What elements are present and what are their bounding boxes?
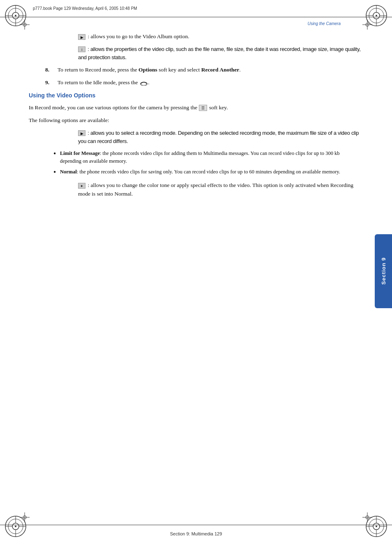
bullet-text-limit: Limit for Message: the phone records vid… [60, 150, 361, 165]
running-header: Using the Camera [29, 21, 361, 26]
effects-icon: ✦ [78, 183, 85, 189]
bullet-text-normal: Normal: the phone records video clips fo… [60, 168, 361, 177]
para-intro: In Record mode, you can use various opti… [29, 104, 361, 112]
bullet-bold-limit: Limit for Message [60, 150, 100, 156]
running-header-text: Using the Camera [307, 21, 341, 26]
bullet-dot-2: • [53, 168, 60, 177]
recording-mode-icon: ▶ [78, 130, 85, 136]
footer-bar: Section 9: Multimedia 129 [0, 525, 392, 542]
video-album-icon: ▶ [78, 34, 85, 40]
para-video-album-text: ▶ : allows you to go to the Video Album … [78, 33, 189, 39]
step-9-content: To return to the Idle mode, press the . [58, 78, 361, 87]
properties-icon: i [78, 46, 85, 52]
header-text: p777.book Page 129 Wednesday, April 6, 2… [33, 6, 137, 11]
step-9-number: 9. [45, 78, 58, 87]
para-effects: ✦ : allows you to change the color tone … [78, 181, 361, 198]
para-properties: i : allows the properties of the video c… [78, 45, 361, 62]
content-area: ▶ : allows you to go to the Video Album … [29, 32, 361, 198]
footer-text: Section 9: Multimedia 129 [170, 531, 222, 536]
section-tab: Section 9 [375, 234, 392, 308]
bullet-dot-1: • [53, 150, 60, 165]
step-8-options-bold: Options [138, 67, 157, 73]
bullet-list: • Limit for Message: the phone records v… [53, 150, 361, 177]
end-call-icon [140, 80, 147, 86]
step-8-record-another-bold: Record Another [201, 67, 240, 73]
step-8-content: To return to Record mode, press the Opti… [58, 66, 361, 74]
options-key-icon: ☰ [199, 105, 207, 111]
step-8: 8. To return to Record mode, press the O… [45, 66, 361, 74]
main-content: Using the Camera ▶ : allows you to go to… [25, 17, 369, 525]
para-video-album: ▶ : allows you to go to the Video Album … [78, 32, 361, 41]
section-heading-video-options: Using the Video Options [29, 91, 361, 100]
para-recording-mode: ▶ : allows you to select a recording mod… [78, 129, 361, 145]
bullet-item-normal: • Normal: the phone records video clips … [53, 168, 361, 177]
para-following: The following options are available: [29, 116, 361, 125]
header-bar: p777.book Page 129 Wednesday, April 6, 2… [0, 0, 392, 17]
section-tab-label: Section 9 [380, 257, 387, 285]
bullet-item-limit: • Limit for Message: the phone records v… [53, 150, 361, 165]
step-8-number: 8. [45, 66, 58, 74]
step-9: 9. To return to the Idle mode, press the… [45, 78, 361, 87]
bullet-bold-normal: Normal [60, 169, 77, 175]
